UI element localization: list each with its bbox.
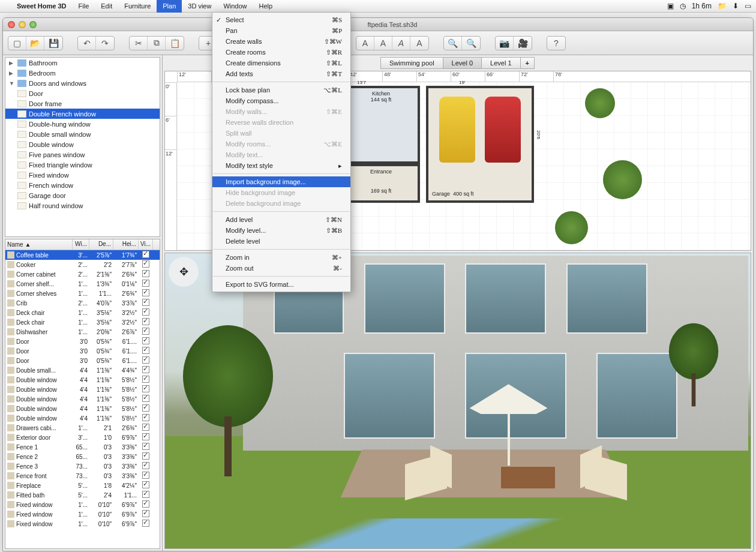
menu-item[interactable]: Add level⇧⌘N — [212, 214, 350, 225]
visible-checkbox[interactable] — [142, 366, 149, 373]
room-kitchen[interactable]: Kitchen 144 sq ft — [342, 86, 420, 164]
car-yellow[interactable] — [439, 97, 475, 163]
col-height[interactable]: Hei... — [113, 239, 139, 250]
furniture-list[interactable]: Name ▲ Wi... De... Hei... Vi... Coffee t… — [5, 239, 160, 549]
zoom-out-button[interactable]: 🔍 — [462, 37, 480, 50]
tab-level-1[interactable]: Level 1 — [481, 57, 520, 69]
table-row[interactable]: Fixed window1'...0'10"6'9⅞" — [5, 509, 160, 519]
visible-checkbox[interactable] — [142, 376, 149, 383]
visible-checkbox[interactable] — [142, 500, 149, 508]
menu-help[interactable]: Help — [253, 0, 279, 13]
col-visible[interactable]: Vi... — [139, 239, 153, 250]
display-icon[interactable]: ▭ — [745, 2, 751, 10]
visible-checkbox[interactable] — [142, 299, 149, 306]
decrease-button[interactable]: A — [410, 37, 428, 50]
visible-checkbox[interactable] — [142, 491, 149, 498]
catalog-category[interactable]: ▼Doors and windows — [5, 78, 160, 88]
catalog-item[interactable]: Five panes window — [5, 149, 160, 160]
save-button[interactable]: 💾 — [44, 37, 62, 50]
menu-item[interactable]: ✓Select⌘S — [212, 14, 350, 25]
terminal-icon[interactable]: ▣ — [667, 2, 674, 10]
menu-item[interactable]: Lock base plan⌥⌘L — [212, 85, 350, 95]
visible-checkbox[interactable] — [142, 280, 149, 287]
table-3d[interactable] — [501, 467, 555, 488]
visible-checkbox[interactable] — [142, 270, 149, 277]
copy-button[interactable]: ⧉ — [148, 37, 166, 50]
menu-item[interactable]: Zoom in⌘+ — [212, 252, 350, 263]
visible-checkbox[interactable] — [142, 251, 149, 258]
visible-checkbox[interactable] — [142, 414, 149, 421]
visible-checkbox[interactable] — [142, 404, 149, 412]
undo-button[interactable]: ↶ — [78, 37, 96, 50]
visible-checkbox[interactable] — [142, 443, 149, 450]
table-row[interactable]: Deck chair1'...3'5⅛"3'2½" — [5, 308, 160, 317]
visible-checkbox[interactable] — [142, 462, 149, 469]
visible-checkbox[interactable] — [142, 433, 149, 440]
menu-item[interactable]: Pan⌘P — [212, 25, 350, 36]
catalog-item[interactable]: Fixed triangle window — [5, 160, 160, 170]
car-red[interactable] — [485, 97, 521, 163]
table-row[interactable]: Exterior door3'...1'06'9⅞" — [5, 433, 160, 442]
visible-checkbox[interactable] — [142, 356, 149, 364]
table-row[interactable]: Double window4'41'1⅜"5'8½" — [5, 385, 160, 394]
menu-app[interactable]: Sweet Home 3D — [11, 0, 73, 13]
visible-checkbox[interactable] — [142, 510, 149, 517]
table-row[interactable]: Corner cabinet2'...2'1⅜"2'6¾" — [5, 269, 160, 279]
menu-item[interactable]: Modify compass... — [212, 95, 350, 106]
table-row[interactable]: Fence front73...0'33'3⅜" — [5, 471, 160, 481]
new-button[interactable]: ▢ — [8, 37, 26, 50]
menu-furniture[interactable]: Furniture — [118, 0, 157, 13]
col-name[interactable]: Name ▲ — [5, 239, 73, 250]
catalog-item[interactable]: Garage door — [5, 190, 160, 200]
tree-3d-left[interactable] — [183, 325, 273, 476]
tree-3d-right[interactable] — [669, 323, 719, 407]
menu-item[interactable]: Zoom out⌘- — [212, 263, 350, 274]
table-row[interactable]: Corner shelf...1'...1'3¾"0'1⅛" — [5, 279, 160, 289]
photo-button[interactable]: 📷 — [496, 37, 514, 50]
download-icon[interactable]: ⬇ — [733, 2, 739, 10]
table-row[interactable]: Double small...4'41'1⅜"4'4¾" — [5, 365, 160, 375]
menu-item[interactable]: Create dimensions⇧⌘L — [212, 58, 350, 68]
tab-level-0[interactable]: Level 0 — [443, 57, 482, 69]
visible-checkbox[interactable] — [142, 520, 149, 527]
catalog-item[interactable]: Door — [5, 88, 160, 98]
visible-checkbox[interactable] — [142, 481, 149, 488]
menu-item[interactable]: Create walls⇧⌘W — [212, 36, 350, 47]
menu-item[interactable]: Add texts⇧⌘T — [212, 68, 350, 79]
catalog-item[interactable]: Half round window — [5, 200, 160, 211]
catalog-item[interactable]: Double French window — [5, 109, 160, 119]
menu-window[interactable]: Window — [217, 0, 253, 13]
compass-3d[interactable]: ✥ — [169, 257, 199, 287]
catalog-item[interactable]: Double small window — [5, 129, 160, 139]
table-row[interactable]: Cooker2'...2'22'7⅞" — [5, 260, 160, 269]
increase-button[interactable]: A — [392, 37, 410, 50]
table-row[interactable]: Fence 265...0'33'3⅜" — [5, 452, 160, 461]
catalog-item[interactable]: Double window — [5, 139, 160, 149]
visible-checkbox[interactable] — [142, 318, 149, 325]
visible-checkbox[interactable] — [142, 337, 149, 344]
bold-button[interactable]: A — [356, 37, 374, 50]
visible-checkbox[interactable] — [142, 385, 149, 392]
visible-checkbox[interactable] — [142, 452, 149, 460]
table-row[interactable]: Fixed window1'...0'10"6'9⅞" — [5, 519, 160, 529]
table-row[interactable]: Deck chair1'...3'5⅛"3'2½" — [5, 317, 160, 327]
table-row[interactable]: Double window4'41'1⅜"5'8½" — [5, 394, 160, 404]
maximize-icon[interactable] — [29, 21, 37, 28]
menu-item[interactable]: Create rooms⇧⌘R — [212, 47, 350, 58]
visible-checkbox[interactable] — [142, 328, 149, 335]
table-row[interactable]: Fitted bath5'...2'41'1... — [5, 490, 160, 500]
table-row[interactable]: Door3'00'5¾"6'1.... — [5, 346, 160, 356]
table-row[interactable]: Fence 165...0'33'3⅜" — [5, 442, 160, 452]
table-row[interactable]: Fixed window1'...0'10"6'9⅞" — [5, 500, 160, 509]
tab-add[interactable]: + — [520, 57, 535, 69]
tree-2[interactable] — [603, 160, 642, 199]
italic-button[interactable]: A — [374, 37, 392, 50]
menu-3dview[interactable]: 3D view — [182, 0, 217, 13]
visible-checkbox[interactable] — [142, 260, 149, 268]
table-row[interactable]: Double window4'41'1⅜"5'8½" — [5, 404, 160, 413]
zoom-in-button[interactable]: 🔍 — [444, 37, 462, 50]
menu-item[interactable]: Modify text style▸ — [212, 160, 350, 171]
table-row[interactable]: Coffee table3'...2'5⅞"1'7¾" — [5, 250, 160, 260]
table-row[interactable]: Drawers cabi...1'...2'12'6¾" — [5, 423, 160, 433]
close-icon[interactable] — [8, 21, 15, 28]
